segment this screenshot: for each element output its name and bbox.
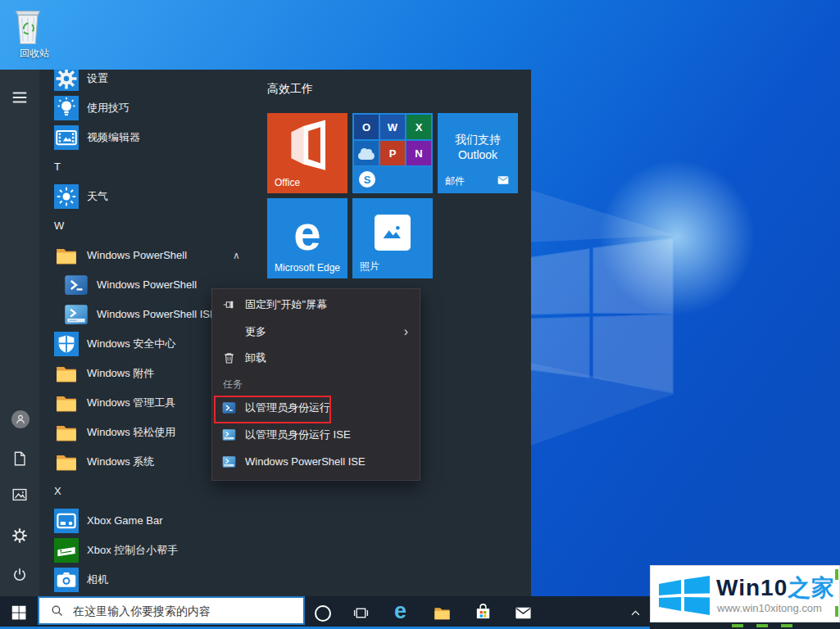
cortana-button[interactable] [315, 605, 331, 622]
watermark-brand: Win10之家 [716, 572, 835, 604]
recycle-bin[interactable]: 回收站 [10, 5, 59, 61]
folder-icon [54, 361, 79, 386]
section-header-x[interactable]: X [0, 477, 264, 506]
task-view-button[interactable] [352, 604, 370, 622]
chevron-right-icon: › [404, 319, 408, 345]
section-letter: T [54, 152, 61, 182]
tile-mail[interactable]: 我们支持 Outlook 邮件 [438, 113, 518, 193]
menu-item-label: Windows PowerShell ISE [245, 450, 366, 474]
app-label: Xbox Game Bar [87, 506, 163, 536]
tile-office[interactable]: Office [267, 113, 347, 193]
mail-envelope-icon [495, 174, 511, 187]
photos-icon [375, 215, 411, 251]
folder-icon [54, 243, 79, 268]
outlook-icon: O [354, 115, 379, 139]
file-explorer-icon[interactable] [433, 604, 452, 622]
trash-icon [222, 351, 236, 365]
mail-tile-text: Outlook [438, 148, 518, 161]
security-shield-icon [54, 332, 79, 356]
menu-item-pin-to-start[interactable]: 固定到"开始"屏幕 [212, 292, 420, 317]
app-label: Windows PowerShell [97, 270, 197, 300]
folder-icon [54, 420, 79, 445]
app-label: 设置 [87, 70, 108, 93]
tile-label: Office [275, 177, 300, 188]
app-label: Windows 轻松使用 [87, 418, 175, 447]
app-label: Xbox 控制台小帮手 [87, 536, 178, 565]
app-item-settings[interactable]: 设置 [0, 70, 264, 93]
section-letter: W [54, 211, 64, 241]
menu-item-label: 以管理员身份运行 ISE [245, 423, 351, 447]
video-editor-icon [54, 125, 79, 150]
powershell-ise-icon [222, 455, 236, 469]
app-label: 视频编辑器 [87, 123, 140, 152]
skype-icon: S [354, 167, 431, 192]
powershell-icon [64, 273, 89, 297]
edge-icon[interactable]: e [394, 602, 406, 620]
artifact-dash [756, 624, 768, 627]
tile-photos[interactable]: 照片 [352, 198, 433, 278]
powershell-icon [222, 401, 236, 415]
app-label: Windows 系统 [87, 447, 154, 477]
folder-icon [54, 391, 79, 415]
powershell-ise-icon [222, 428, 236, 442]
menu-item-label: 更多 [245, 319, 266, 345]
tile-label: 邮件 [445, 174, 465, 188]
search-input[interactable] [71, 604, 303, 618]
weather-sun-icon [54, 184, 79, 209]
tray-expand-icon[interactable] [629, 607, 642, 619]
app-item-camera[interactable]: 相机 [0, 565, 264, 595]
xbox-game-bar-icon [54, 509, 79, 533]
app-label: 使用技巧 [87, 93, 129, 123]
mail-tile-text: 我们支持 [438, 133, 518, 147]
menu-item-more[interactable]: 更多 › [212, 319, 420, 345]
artifact-dash [835, 606, 838, 617]
app-label: Windows PowerShell ISE [97, 300, 217, 329]
tile-label: Microsoft Edge [275, 262, 340, 274]
folder-icon [54, 450, 79, 474]
menu-item-run-as-administrator-ise[interactable]: 以管理员身份运行 ISE [212, 423, 420, 447]
app-item-weather[interactable]: 天气 [0, 182, 264, 211]
tiles-group-header: 高效工作 [267, 82, 313, 97]
menu-item-uninstall[interactable]: 卸载 [212, 345, 420, 371]
context-menu: 固定到"开始"屏幕 更多 › 卸载 任务 以管理员身份运行 以管理员身份运行 I… [211, 288, 420, 481]
app-item-video-editor[interactable]: 视频编辑器 [0, 123, 264, 152]
powerpoint-icon: P [380, 141, 405, 165]
taskbar-search-box[interactable] [38, 596, 305, 625]
menu-item-windows-powershell-ise[interactable]: Windows PowerShell ISE [212, 450, 420, 474]
mail-icon[interactable] [514, 604, 533, 622]
section-header-t[interactable]: T [0, 152, 264, 182]
pin-icon [222, 298, 236, 312]
tile-office-apps-folder[interactable]: O W X P N S [352, 113, 433, 193]
word-icon: W [380, 115, 405, 139]
app-group-windows-powershell[interactable]: Windows PowerShell ∧ [0, 241, 264, 270]
watermark: Win10之家 www.win10xitong.com [650, 565, 840, 622]
artifact-dash [732, 624, 743, 627]
app-item-xbox-console-companion[interactable]: Xbox 控制台小帮手 [0, 536, 264, 565]
xbox-console-icon [54, 538, 79, 563]
watermark-brand-text: Win10 [716, 575, 788, 600]
tile-microsoft-edge[interactable]: e Microsoft Edge [267, 198, 347, 278]
tile-label: 照片 [360, 260, 379, 274]
app-label: 相机 [87, 565, 108, 595]
menu-item-label: 固定到"开始"屏幕 [245, 292, 327, 317]
camera-icon [54, 568, 79, 592]
excel-icon: X [406, 115, 431, 139]
app-label: Windows 安全中心 [87, 329, 175, 359]
app-item-tips[interactable]: 使用技巧 [0, 93, 264, 123]
app-label: Windows 附件 [87, 359, 154, 388]
recycle-bin-label: 回收站 [10, 47, 59, 61]
lightbulb-icon [54, 96, 79, 120]
menu-section-tasks: 任务 [223, 374, 243, 394]
gear-icon [54, 70, 79, 91]
menu-item-run-as-administrator[interactable]: 以管理员身份运行 [212, 396, 420, 420]
app-label: 天气 [87, 182, 108, 211]
watermark-brand-suffix: 之家 [788, 575, 835, 600]
section-letter: X [54, 477, 61, 506]
edge-logo-icon: e [267, 205, 347, 261]
onenote-icon: N [406, 141, 431, 165]
powershell-ise-icon [64, 302, 89, 327]
store-icon[interactable] [474, 602, 493, 621]
start-button[interactable] [10, 604, 28, 622]
app-item-xbox-game-bar[interactable]: Xbox Game Bar [0, 506, 264, 536]
section-header-w[interactable]: W [0, 211, 264, 241]
